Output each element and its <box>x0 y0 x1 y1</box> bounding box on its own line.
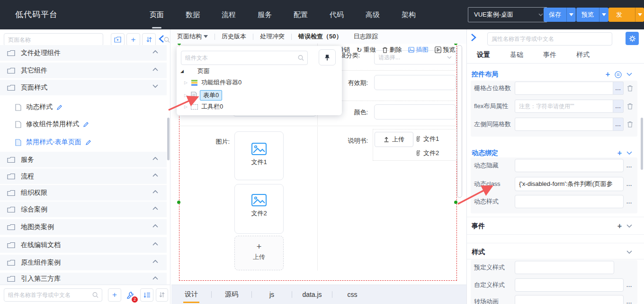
trash-icon[interactable] <box>627 103 633 110</box>
save-button[interactable]: 保存 <box>544 8 576 22</box>
list-order-button[interactable] <box>140 288 153 302</box>
nav-advanced[interactable]: 高级 <box>366 0 380 29</box>
add-icon[interactable]: + <box>617 149 622 157</box>
page-structure-button[interactable]: 页面结构 <box>177 32 208 41</box>
color-input[interactable] <box>374 104 456 120</box>
dynamic-style-input[interactable] <box>515 195 624 208</box>
sidebar-section-map-cases[interactable]: 地图类案例 <box>0 219 167 235</box>
more-options-button[interactable]: ... <box>626 163 632 168</box>
error-check-button[interactable]: 错误检查（50） <box>298 32 342 41</box>
nav-page[interactable]: 页面 <box>150 0 164 29</box>
chevron-down-icon[interactable] <box>626 151 632 155</box>
nav-config[interactable]: 配置 <box>294 0 308 29</box>
edit-pencil-icon[interactable] <box>56 104 63 111</box>
dynamic-class-input[interactable] <box>515 177 624 191</box>
tab-source[interactable]: 源码 <box>212 290 251 299</box>
add-component-button[interactable]: + <box>108 288 121 302</box>
nav-flow[interactable]: 流程 <box>222 0 236 29</box>
tree-node-toolbar[interactable]: ▷ 工具栏0 <box>184 102 223 111</box>
page-item-dynamic-style[interactable]: 动态样式 <box>0 100 167 115</box>
section-header-event[interactable]: 事件 + <box>472 219 635 233</box>
tab-css[interactable]: css <box>332 291 372 298</box>
transition-input[interactable] <box>515 295 624 304</box>
sidebar-section-online-docs[interactable]: 在线编辑文档 <box>0 237 167 253</box>
illustration-button[interactable]: 插图 <box>408 46 428 54</box>
preview-dropdown-caret[interactable] <box>599 8 608 22</box>
collapse-sidebar-button[interactable] <box>158 35 165 43</box>
flex-layout-input[interactable] <box>515 100 613 113</box>
component-tree-search-input[interactable] <box>181 51 308 65</box>
edit-pencil-icon[interactable] <box>83 121 89 128</box>
resize-handle-top-left[interactable] <box>178 44 181 45</box>
inspector-settings-button[interactable] <box>626 32 639 45</box>
nav-service[interactable]: 服务 <box>258 0 272 29</box>
more-options-button[interactable]: ... <box>613 82 624 95</box>
pin-panel-button[interactable] <box>319 49 336 65</box>
tab-styles[interactable]: 样式 <box>566 47 599 63</box>
delete-button[interactable]: 删除 <box>382 46 402 54</box>
add-icon[interactable]: + <box>617 222 622 230</box>
left-gap-input[interactable] <box>515 118 613 131</box>
sidebar-section-other-components[interactable]: 其它组件 <box>0 63 167 78</box>
canvas-scrollbar[interactable] <box>457 45 462 198</box>
more-options-button[interactable]: ... <box>613 100 624 113</box>
resize-handle-mid-left[interactable] <box>177 201 180 204</box>
new-folder-button[interactable] <box>111 33 125 46</box>
sidebar-section-comprehensive-cases[interactable]: 综合案例 <box>0 202 167 217</box>
save-dropdown-caret[interactable] <box>566 8 576 22</box>
inspector-scrollbar[interactable] <box>641 118 643 170</box>
manual-file1-link[interactable]: 文件1 <box>415 135 439 143</box>
edit-pencil-icon[interactable] <box>85 139 91 146</box>
history-version-button[interactable]: 历史版本 <box>222 32 246 41</box>
sidebar-section-org-permission[interactable]: 组织权限 <box>0 185 167 201</box>
sidebar-section-third-party-lib[interactable]: 引入第三方库 <box>0 273 167 285</box>
sidebar-section-flow[interactable]: 流程 <box>0 168 167 184</box>
predefined-style-input[interactable] <box>515 261 614 274</box>
more-options-button[interactable]: ... <box>626 199 632 204</box>
tab-js[interactable]: js <box>252 291 292 298</box>
redo-button[interactable]: ↻重做 <box>357 46 376 54</box>
collapse-inspector-button[interactable] <box>470 33 477 42</box>
sort-components-button[interactable] <box>156 288 168 302</box>
manual-file2-link[interactable]: 文件2 <box>415 149 439 157</box>
section-header-layout[interactable]: 控件布局 + <box>472 67 635 82</box>
resize-handle-mid-right[interactable] <box>454 201 457 204</box>
sidebar-section-file-components[interactable]: 文件处理组件 <box>0 45 167 61</box>
nav-code[interactable]: 代码 <box>330 0 344 29</box>
dynamic-hide-input[interactable] <box>515 159 624 172</box>
expander-collapsed-icon[interactable]: ▷ <box>184 93 190 98</box>
tree-node-page[interactable]: ◢ 页面 <box>180 67 210 75</box>
nav-architecture[interactable]: 架构 <box>402 0 416 29</box>
property-search-input[interactable] <box>487 32 612 46</box>
tree-node-container[interactable]: ▷ 功能组件容器0 <box>184 78 242 87</box>
page-item-modify-disabled-style[interactable]: 修改组件禁用样式 <box>0 117 167 132</box>
trash-icon[interactable] <box>627 85 633 92</box>
tab-datajs[interactable]: data.js <box>292 291 332 298</box>
more-options-button[interactable]: ... <box>613 118 624 131</box>
chevron-down-icon[interactable] <box>626 224 632 228</box>
resize-handle-top-right[interactable] <box>454 44 457 45</box>
add-page-button[interactable]: + <box>126 33 140 46</box>
expander-collapsed-icon[interactable]: ▷ <box>184 104 190 109</box>
nav-data[interactable]: 数据 <box>186 0 200 29</box>
sidebar-scrollbar[interactable] <box>167 118 170 160</box>
image-file1-card[interactable]: 文件1 <box>234 131 284 180</box>
sidebar-section-page-styles[interactable]: 页面样式 <box>0 80 167 95</box>
publish-dropdown-caret[interactable] <box>635 8 644 22</box>
trash-icon[interactable] <box>627 121 633 128</box>
expander-collapsed-icon[interactable]: ▷ <box>184 80 190 85</box>
canvas-preview-button[interactable]: 预览 <box>435 46 455 54</box>
sidebar-section-service[interactable]: 服务 <box>0 152 167 167</box>
page-item-disabled-style-form-page[interactable]: 禁用样式-表单页面 <box>0 135 167 150</box>
tab-basic[interactable]: 基础 <box>500 47 533 63</box>
grid-span-input[interactable] <box>515 82 613 95</box>
resolve-conflict-button[interactable]: 处理冲突 <box>260 32 285 41</box>
expander-expanded-icon[interactable]: ◢ <box>180 69 186 74</box>
sort-pages-button[interactable] <box>142 33 156 46</box>
validity-input[interactable] <box>374 75 456 90</box>
image-file2-card[interactable]: 文件2 <box>234 184 284 234</box>
chevron-down-icon[interactable] <box>626 73 632 76</box>
log-trace-button[interactable]: 日志跟踪 <box>353 32 378 41</box>
publish-button[interactable]: 发布 <box>608 8 644 22</box>
tab-events[interactable]: 事件 <box>533 47 566 63</box>
